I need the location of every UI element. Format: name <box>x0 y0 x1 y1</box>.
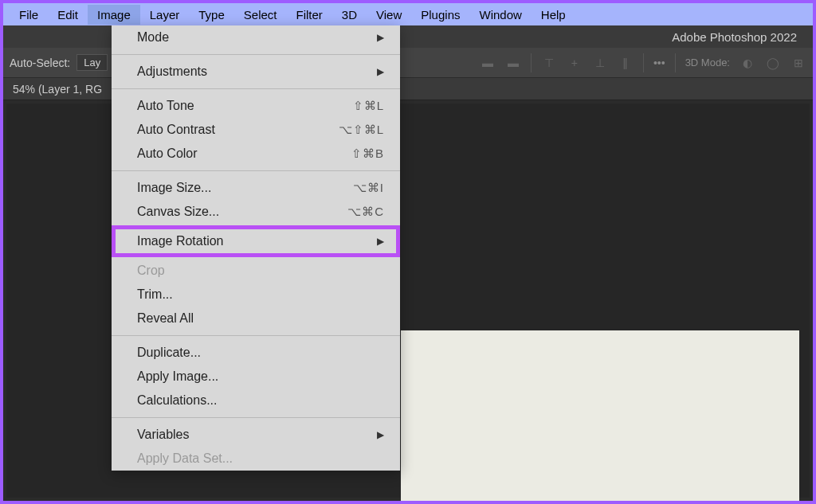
menu-3d[interactable]: 3D <box>332 5 367 25</box>
menu-item-variables[interactable]: Variables ▶ <box>112 423 400 447</box>
align-left-icon[interactable]: ▬ <box>480 55 496 71</box>
menu-item-canvas-size[interactable]: Canvas Size... ⌥⌘C <box>112 200 400 224</box>
align-top-icon[interactable]: ⊤ <box>541 55 557 71</box>
canvas[interactable] <box>401 330 799 504</box>
menu-item-mode[interactable]: Mode ▶ <box>112 25 400 49</box>
align-bottom-icon[interactable]: ⊥ <box>592 55 608 71</box>
menu-file[interactable]: File <box>10 5 48 25</box>
shortcut-text: ⇧⌘L <box>353 99 384 113</box>
menu-item-auto-tone[interactable]: Auto Tone ⇧⌘L <box>112 94 400 118</box>
shortcut-text: ⌥⌘I <box>353 181 384 195</box>
document-tab-label: 54% (Layer 1, RG <box>13 83 102 96</box>
chevron-right-icon: ▶ <box>377 429 384 440</box>
menu-edit[interactable]: Edit <box>48 5 88 25</box>
menu-view[interactable]: View <box>367 5 411 25</box>
align-middle-icon[interactable]: + <box>567 55 583 71</box>
shortcut-text: ⇧⌘B <box>351 147 384 161</box>
menu-item-trim[interactable]: Trim... <box>112 283 400 307</box>
menu-type[interactable]: Type <box>189 5 234 25</box>
chevron-right-icon: ▶ <box>377 236 384 247</box>
orbit-3d-icon[interactable]: ◐ <box>740 55 755 71</box>
menu-item-apply-data-set: Apply Data Set... <box>112 447 400 471</box>
slide-3d-icon[interactable]: ⊞ <box>790 55 806 71</box>
menu-separator <box>112 54 400 55</box>
menu-filter[interactable]: Filter <box>287 5 332 25</box>
menu-separator <box>112 335 400 336</box>
menu-item-calculations[interactable]: Calculations... <box>112 389 400 412</box>
menu-help[interactable]: Help <box>532 5 575 25</box>
menu-separator <box>112 417 400 418</box>
menu-item-image-rotation[interactable]: Image Rotation ▶ <box>112 225 400 257</box>
divider <box>675 53 676 72</box>
menu-item-image-size[interactable]: Image Size... ⌥⌘I <box>112 176 400 200</box>
mode-3d-label: 3D Mode: <box>685 57 730 68</box>
layer-dropdown[interactable]: Lay <box>76 54 108 71</box>
align-center-icon[interactable]: ▬ <box>505 55 521 71</box>
pan-3d-icon[interactable]: ◯ <box>765 55 781 71</box>
auto-select-label: Auto-Select: <box>10 57 70 69</box>
menu-separator <box>112 88 400 89</box>
shortcut-text: ⌥⇧⌘L <box>339 123 384 137</box>
menu-item-apply-image[interactable]: Apply Image... <box>112 365 400 389</box>
more-options-icon[interactable]: ••• <box>653 57 665 69</box>
menu-item-reveal-all[interactable]: Reveal All <box>112 307 400 330</box>
app-title: Adobe Photoshop 2022 <box>672 30 797 44</box>
menu-item-duplicate[interactable]: Duplicate... <box>112 341 400 365</box>
shortcut-text: ⌥⌘C <box>347 205 384 219</box>
divider <box>643 53 644 72</box>
menu-select[interactable]: Select <box>234 5 287 25</box>
menu-item-auto-contrast[interactable]: Auto Contrast ⌥⇧⌘L <box>112 118 400 142</box>
chevron-right-icon: ▶ <box>377 66 384 77</box>
menu-image[interactable]: Image <box>88 5 140 25</box>
menu-item-crop: Crop <box>112 259 400 283</box>
menubar: File Edit Image Layer Type Select Filter… <box>3 3 813 25</box>
divider <box>531 53 532 72</box>
menu-separator <box>112 170 400 171</box>
menu-item-auto-color[interactable]: Auto Color ⇧⌘B <box>112 142 400 166</box>
distribute-icon[interactable]: ‖ <box>618 55 634 71</box>
menu-window[interactable]: Window <box>469 5 531 25</box>
menu-layer[interactable]: Layer <box>140 5 190 25</box>
menu-plugins[interactable]: Plugins <box>411 5 469 25</box>
menu-item-adjustments[interactable]: Adjustments ▶ <box>112 60 400 84</box>
chevron-right-icon: ▶ <box>377 32 384 43</box>
image-menu-dropdown: Mode ▶ Adjustments ▶ Auto Tone ⇧⌘L Auto … <box>112 25 400 471</box>
